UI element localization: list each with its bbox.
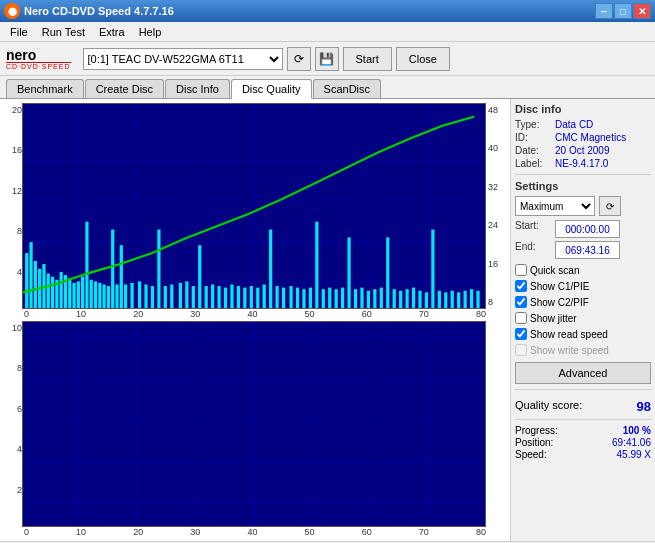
save-button[interactable]: 💾 <box>315 47 339 71</box>
show-c1pie-checkbox[interactable] <box>515 280 527 292</box>
svg-rect-28 <box>94 281 97 308</box>
svg-rect-32 <box>111 230 114 308</box>
start-time-input[interactable] <box>555 220 620 238</box>
end-time-input[interactable] <box>555 241 620 259</box>
svg-rect-85 <box>451 291 454 308</box>
svg-rect-47 <box>205 286 208 308</box>
nero-text: nero <box>6 48 71 62</box>
start-button[interactable]: Start <box>343 47 392 71</box>
minimize-button[interactable]: − <box>595 3 613 19</box>
svg-rect-78 <box>405 289 408 308</box>
svg-rect-35 <box>124 284 127 308</box>
menu-runtest[interactable]: Run Test <box>36 24 91 40</box>
maximize-button[interactable]: □ <box>614 3 632 19</box>
svg-rect-59 <box>282 288 285 308</box>
svg-rect-42 <box>170 284 173 308</box>
disc-label-value: NE-9.4.17.0 <box>555 158 608 169</box>
chart1-svg <box>23 104 485 308</box>
svg-rect-67 <box>335 289 338 308</box>
type-value: Data CD <box>555 119 593 130</box>
svg-rect-22 <box>68 278 71 308</box>
tab-discquality[interactable]: Disc Quality <box>231 79 312 99</box>
menu-file[interactable]: File <box>4 24 34 40</box>
main-content: 20 16 12 8 4 <box>0 98 655 541</box>
svg-rect-26 <box>85 222 88 308</box>
svg-rect-65 <box>322 289 325 308</box>
svg-rect-30 <box>103 284 106 308</box>
svg-rect-37 <box>138 281 141 308</box>
svg-rect-68 <box>341 288 344 308</box>
close-button[interactable]: ✕ <box>633 3 651 19</box>
show-jitter-checkbox[interactable] <box>515 312 527 324</box>
svg-rect-70 <box>354 289 357 308</box>
nero-logo: nero CD·DVD·SPEED <box>6 48 71 70</box>
menu-bar: File Run Test Extra Help <box>0 22 655 42</box>
svg-rect-49 <box>217 286 220 308</box>
drive-select[interactable]: [0:1] TEAC DV-W522GMA 6T11 <box>83 48 283 70</box>
show-read-speed-label: Show read speed <box>530 329 608 340</box>
svg-rect-81 <box>425 292 428 308</box>
svg-rect-86 <box>457 292 460 308</box>
show-write-speed-checkbox[interactable] <box>515 344 527 356</box>
svg-rect-69 <box>347 237 350 308</box>
svg-rect-43 <box>179 283 182 308</box>
svg-rect-14 <box>34 261 37 308</box>
speed-select[interactable]: Maximum <box>515 196 595 216</box>
show-read-speed-checkbox[interactable] <box>515 328 527 340</box>
disc-info-title: Disc info <box>515 103 651 115</box>
tab-scandisc[interactable]: ScanDisc <box>313 79 381 98</box>
svg-rect-41 <box>164 286 167 308</box>
svg-rect-20 <box>60 272 63 308</box>
advanced-button[interactable]: Advanced <box>515 362 651 384</box>
right-panel: Disc info Type: Data CD ID: CMC Magnetic… <box>510 99 655 541</box>
svg-rect-63 <box>309 288 312 308</box>
close-button-toolbar[interactable]: Close <box>396 47 450 71</box>
nero-sub: CD·DVD·SPEED <box>6 62 71 70</box>
disc-label-label: Label: <box>515 158 553 169</box>
start-label: Start: <box>515 220 553 238</box>
quick-scan-checkbox[interactable] <box>515 264 527 276</box>
divider3 <box>515 419 651 420</box>
tab-benchmark[interactable]: Benchmark <box>6 79 84 98</box>
svg-rect-74 <box>380 288 383 308</box>
svg-rect-23 <box>72 283 75 308</box>
divider2 <box>515 389 651 390</box>
svg-rect-88 <box>470 289 473 308</box>
id-value: CMC Magnetics <box>555 132 626 143</box>
svg-rect-66 <box>328 288 331 308</box>
svg-rect-31 <box>107 286 110 308</box>
tab-createdisc[interactable]: Create Disc <box>85 79 164 98</box>
svg-rect-73 <box>373 289 376 308</box>
svg-rect-44 <box>185 281 188 308</box>
show-c2pif-checkbox[interactable] <box>515 296 527 308</box>
tab-discinfo[interactable]: Disc Info <box>165 79 230 98</box>
show-jitter-label: Show jitter <box>530 313 577 324</box>
menu-help[interactable]: Help <box>133 24 168 40</box>
svg-rect-39 <box>151 286 154 308</box>
svg-rect-13 <box>29 242 32 308</box>
refresh-settings-button[interactable]: ⟳ <box>599 196 621 216</box>
progress-value: 100 % <box>623 425 651 436</box>
show-write-speed-label: Show write speed <box>530 345 609 356</box>
svg-rect-36 <box>130 283 133 308</box>
svg-rect-25 <box>81 277 84 308</box>
title-text: Nero CD-DVD Speed 4.7.7.16 <box>24 5 174 17</box>
quality-score: 98 <box>637 399 651 414</box>
svg-rect-38 <box>144 284 147 308</box>
svg-rect-53 <box>243 288 246 308</box>
svg-rect-51 <box>230 284 233 308</box>
refresh-drive-button[interactable]: ⟳ <box>287 47 311 71</box>
svg-rect-50 <box>224 288 227 308</box>
svg-rect-84 <box>444 292 447 308</box>
menu-extra[interactable]: Extra <box>93 24 131 40</box>
id-label: ID: <box>515 132 553 143</box>
date-value: 20 Oct 2009 <box>555 145 609 156</box>
svg-rect-55 <box>256 288 259 308</box>
svg-rect-48 <box>211 284 214 308</box>
svg-rect-29 <box>98 283 101 308</box>
svg-rect-80 <box>418 291 421 308</box>
svg-rect-57 <box>269 230 272 308</box>
svg-rect-52 <box>237 286 240 308</box>
progress-label: Progress: <box>515 425 558 436</box>
speed-value: 45.99 X <box>617 449 651 460</box>
